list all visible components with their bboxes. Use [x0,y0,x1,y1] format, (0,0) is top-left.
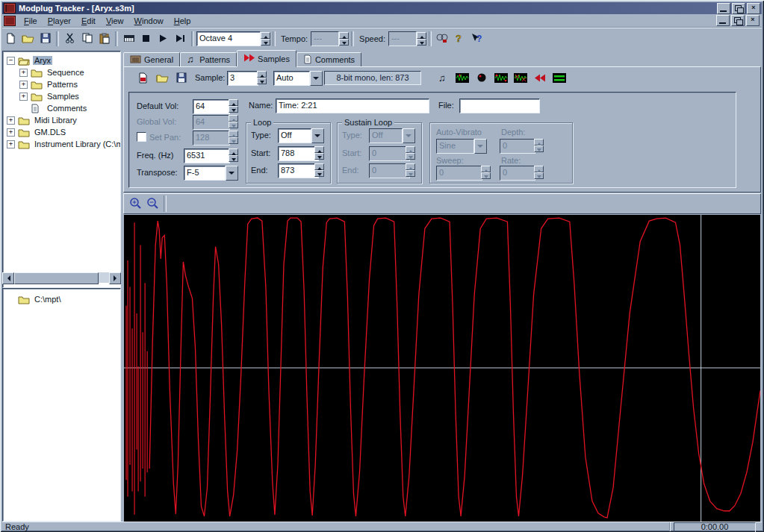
sustain-start-spinner[interactable] [406,146,415,160]
tree-hscrollbar[interactable] [2,272,121,283]
sustain-start-field[interactable]: 0 [369,146,410,161]
rate-field[interactable]: 0 [500,166,535,181]
tree-item-gm-dls[interactable]: +GM.DLS [3,126,120,138]
menu-edit[interactable]: Edit [76,16,101,26]
freq-field[interactable]: 6531 [184,148,230,163]
menu-player[interactable]: Player [43,16,76,26]
silence-button[interactable] [551,71,568,86]
new-file-button[interactable] [2,31,19,47]
depth-spinner[interactable] [534,139,544,152]
expand-icon[interactable]: + [19,81,28,89]
normalize-button[interactable] [454,71,470,86]
paste-button[interactable] [96,31,113,47]
dc-offset-button[interactable] [473,71,490,86]
sample-number-field[interactable]: 3 [227,71,258,86]
restore-button[interactable] [732,3,745,14]
resample-button[interactable] [512,71,529,86]
expand-icon[interactable]: + [19,93,28,101]
loop-end-spinner[interactable] [314,163,324,177]
sweep-spinner[interactable] [481,166,491,179]
tempo-field[interactable]: --- [311,31,339,46]
menu-file[interactable]: File [19,16,43,26]
expand-icon[interactable]: + [7,140,15,148]
mdi-close-button[interactable]: × [746,15,760,26]
chevron-down-icon[interactable] [474,139,487,154]
loop-end-field[interactable]: 873 [278,163,319,178]
play-from-cursor-button[interactable] [172,31,189,47]
loop-type-combo[interactable]: Off [278,128,324,143]
open-file-button[interactable] [19,31,37,47]
expand-icon[interactable]: + [19,69,28,77]
default-vol-field[interactable]: 64 [193,99,230,114]
reverse-button[interactable] [532,71,548,86]
save-sample-button[interactable] [173,71,190,86]
freq-spinner[interactable] [229,148,238,162]
tree-item-c-mpt-[interactable]: C:\mpt\ [3,293,120,305]
tree-item-samples[interactable]: +Samples [3,90,120,102]
new-sample-button[interactable] [134,71,151,86]
zoom-out-button[interactable] [144,195,161,212]
copy-button[interactable] [78,31,96,47]
chevron-down-icon[interactable] [311,128,324,143]
set-pan-spinner[interactable] [229,131,238,144]
loop-start-spinner[interactable] [314,146,324,160]
open-sample-button[interactable] [154,71,170,86]
mdi-minimize-button[interactable] [716,15,730,26]
waveform-display[interactable] [124,215,760,522]
set-pan-field[interactable]: 128 [193,131,230,145]
tree-item-midi-library[interactable]: +Midi Library [3,114,120,126]
octave-field[interactable]: Octave 4 [196,31,261,46]
close-button[interactable]: × [747,3,760,14]
chevron-down-icon[interactable] [310,71,323,86]
scrollbar-thumb[interactable] [14,272,99,284]
menu-help[interactable]: Help [169,16,196,26]
tempo-spinner[interactable] [339,32,349,46]
speed-spinner[interactable] [417,32,426,46]
sample-number-spinner[interactable] [257,71,267,84]
pattern-editor-button[interactable] [120,31,137,47]
cut-button[interactable] [61,31,78,47]
menu-window[interactable]: Window [129,16,169,26]
tab-patterns[interactable]: ♫Patterns [180,52,237,67]
app-icon[interactable] [4,3,16,13]
sample-format-combo[interactable]: Auto [273,71,323,86]
name-field[interactable]: Time: 2:21 [276,98,429,113]
tree-item-instrument-library-c-mp[interactable]: +Instrument Library (C:\mp [3,138,120,150]
expand-icon[interactable]: + [7,128,15,137]
global-vol-spinner[interactable] [229,115,238,128]
midi-record-button[interactable] [434,31,451,47]
tree-item-patterns[interactable]: +Patterns [3,78,120,90]
menu-view[interactable]: View [101,16,129,26]
tree-item-sequence[interactable]: +Sequence [3,66,120,78]
depth-field[interactable]: 0 [500,139,535,154]
tab-general[interactable]: General [123,52,180,67]
minimize-button[interactable] [717,3,730,14]
amplify-button[interactable] [493,71,509,86]
speed-field[interactable]: --- [388,31,417,46]
sustain-type-combo[interactable]: Off [369,128,415,143]
file-field[interactable] [459,98,540,113]
sweep-field[interactable]: 0 [436,166,482,181]
mdi-restore-button[interactable] [731,15,745,26]
loop-start-field[interactable]: 788 [278,146,319,161]
tree-item-comments[interactable]: Comments [3,102,120,114]
set-pan-checkbox[interactable] [137,132,146,142]
octave-spinner[interactable] [261,32,270,46]
vibrato-type-combo[interactable]: Sine [436,139,487,154]
sustain-end-spinner[interactable] [406,163,415,177]
tab-comments[interactable]: Comments [296,52,361,67]
global-vol-field[interactable]: 64 [193,115,230,130]
zoom-in-button[interactable] [127,195,144,212]
default-vol-spinner[interactable] [229,99,238,113]
scroll-right-arrow-icon[interactable] [109,272,121,284]
collapse-icon[interactable]: − [7,57,15,65]
help-button[interactable]: ? [451,31,468,47]
sustain-end-field[interactable]: 0 [369,163,410,178]
chevron-down-icon[interactable] [226,166,238,181]
context-help-button[interactable]: ? [468,31,485,47]
play-button[interactable] [155,31,172,47]
transpose-combo[interactable]: F-5 [184,166,238,181]
scroll-left-arrow-icon[interactable] [2,272,14,284]
tree-item-aryx[interactable]: −Aryx [3,54,120,66]
expand-icon[interactable]: + [7,116,15,125]
